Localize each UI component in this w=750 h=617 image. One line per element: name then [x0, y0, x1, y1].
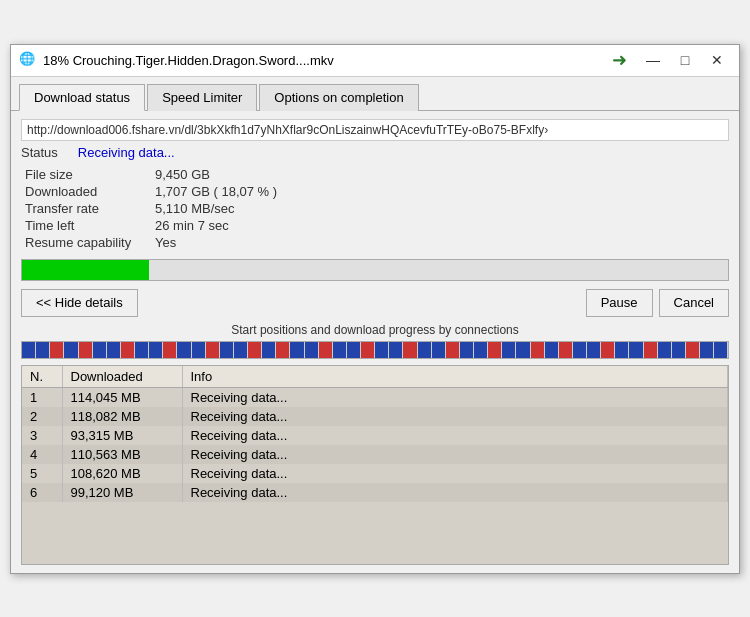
segment-4 [79, 342, 93, 358]
segment-36 [531, 342, 545, 358]
tab-speed-limiter[interactable]: Speed Limiter [147, 84, 257, 111]
segment-15 [234, 342, 248, 358]
cell-info: Receiving data... [182, 445, 728, 464]
segment-18 [276, 342, 290, 358]
table-row: 4 110,563 MB Receiving data... [22, 445, 728, 464]
title-bar-controls: ➜ — □ ✕ [612, 49, 731, 71]
cell-downloaded: 118,082 MB [62, 407, 182, 426]
col-header-n: N. [22, 366, 62, 388]
segment-14 [220, 342, 234, 358]
cell-downloaded: 110,563 MB [62, 445, 182, 464]
info-value: Yes [151, 234, 729, 251]
tab-download-status[interactable]: Download status [19, 84, 145, 111]
info-row: Downloaded1,707 GB ( 18,07 % ) [21, 183, 729, 200]
app-icon: 🌐 [19, 51, 37, 69]
segment-42 [615, 342, 629, 358]
segment-38 [559, 342, 573, 358]
cell-info: Receiving data... [182, 407, 728, 426]
cell-info: Receiving data... [182, 464, 728, 483]
progress-bar-fill [22, 260, 149, 280]
tab-bar: Download status Speed Limiter Options on… [11, 77, 739, 111]
cell-info: Receiving data... [182, 387, 728, 407]
segment-20 [305, 342, 319, 358]
cell-n: 6 [22, 483, 62, 502]
segment-8 [135, 342, 149, 358]
cell-downloaded: 99,120 MB [62, 483, 182, 502]
segment-32 [474, 342, 488, 358]
cell-info: Receiving data... [182, 426, 728, 445]
info-row: Time left26 min 7 sec [21, 217, 729, 234]
segment-24 [361, 342, 375, 358]
segment-0 [22, 342, 36, 358]
minimize-button[interactable]: — [639, 49, 667, 71]
segment-43 [629, 342, 643, 358]
table-row: 2 118,082 MB Receiving data... [22, 407, 728, 426]
window-title: 18% Crouching.Tiger.Hidden.Dragon.Sword.… [43, 53, 334, 68]
table-row: 6 99,120 MB Receiving data... [22, 483, 728, 502]
cell-n: 1 [22, 387, 62, 407]
cancel-button[interactable]: Cancel [659, 289, 729, 317]
info-label: File size [21, 166, 151, 183]
segment-37 [545, 342, 559, 358]
info-label: Time left [21, 217, 151, 234]
title-bar: 🌐 18% Crouching.Tiger.Hidden.Dragon.Swor… [11, 45, 739, 77]
segment-17 [262, 342, 276, 358]
info-row: Resume capabilityYes [21, 234, 729, 251]
connections-label: Start positions and download progress by… [21, 323, 729, 337]
segment-26 [389, 342, 403, 358]
info-row: File size9,450 GB [21, 166, 729, 183]
cell-downloaded: 108,620 MB [62, 464, 182, 483]
segment-19 [290, 342, 304, 358]
cell-n: 4 [22, 445, 62, 464]
download-table: N. Downloaded Info 1 114,045 MB Receivin… [22, 366, 728, 502]
segment-48 [700, 342, 714, 358]
segment-2 [50, 342, 64, 358]
status-value: Receiving data... [78, 145, 175, 160]
segment-7 [121, 342, 135, 358]
segment-25 [375, 342, 389, 358]
segment-34 [502, 342, 516, 358]
segment-10 [163, 342, 177, 358]
url-display: http://download006.fshare.vn/dl/3bkXkfh1… [21, 119, 729, 141]
segment-29 [432, 342, 446, 358]
col-header-downloaded: Downloaded [62, 366, 182, 388]
main-window: 🌐 18% Crouching.Tiger.Hidden.Dragon.Swor… [10, 44, 740, 574]
segment-44 [644, 342, 658, 358]
cell-n: 2 [22, 407, 62, 426]
info-label: Downloaded [21, 183, 151, 200]
download-table-container[interactable]: N. Downloaded Info 1 114,045 MB Receivin… [21, 365, 729, 565]
segment-27 [403, 342, 417, 358]
cell-info: Receiving data... [182, 483, 728, 502]
info-row: Transfer rate5,110 MB/sec [21, 200, 729, 217]
segment-22 [333, 342, 347, 358]
table-row: 5 108,620 MB Receiving data... [22, 464, 728, 483]
segments-bar [21, 341, 729, 359]
segment-46 [672, 342, 686, 358]
segment-1 [36, 342, 50, 358]
segment-39 [573, 342, 587, 358]
content-area: http://download006.fshare.vn/dl/3bkXkfh1… [11, 111, 739, 573]
cell-downloaded: 114,045 MB [62, 387, 182, 407]
segment-47 [686, 342, 700, 358]
title-bar-left: 🌐 18% Crouching.Tiger.Hidden.Dragon.Swor… [19, 51, 334, 69]
maximize-button[interactable]: □ [671, 49, 699, 71]
tab-options-completion[interactable]: Options on completion [259, 84, 418, 111]
hide-details-button[interactable]: << Hide details [21, 289, 138, 317]
segment-30 [446, 342, 460, 358]
status-label: Status [21, 145, 58, 160]
segment-23 [347, 342, 361, 358]
segment-5 [93, 342, 107, 358]
info-value: 5,110 MB/sec [151, 200, 729, 217]
segment-9 [149, 342, 163, 358]
pause-button[interactable]: Pause [586, 289, 653, 317]
table-row: 3 93,315 MB Receiving data... [22, 426, 728, 445]
info-value: 9,450 GB [151, 166, 729, 183]
segment-33 [488, 342, 502, 358]
col-header-info: Info [182, 366, 728, 388]
segment-12 [192, 342, 206, 358]
segment-49 [714, 342, 728, 358]
close-button[interactable]: ✕ [703, 49, 731, 71]
segment-16 [248, 342, 262, 358]
segment-13 [206, 342, 220, 358]
progress-bar-container [21, 259, 729, 281]
